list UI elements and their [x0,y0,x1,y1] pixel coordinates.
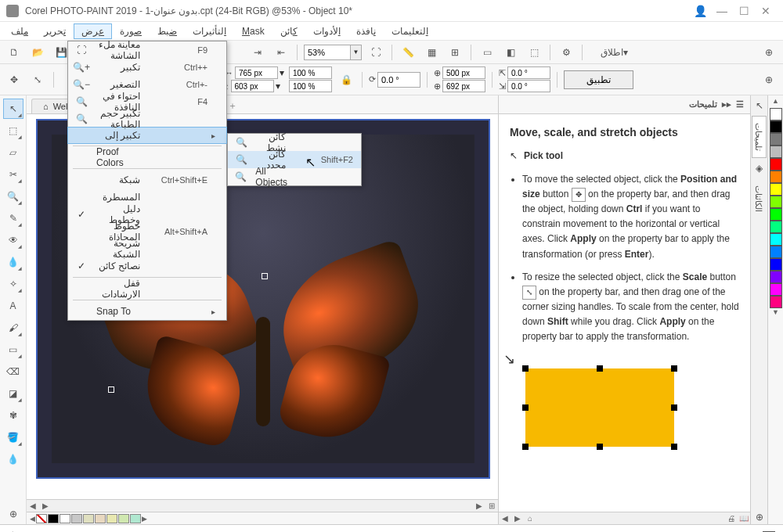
menu-item[interactable]: شبكةCtrl+Shift+E [68,171,226,189]
user-icon[interactable]: 👤 [689,2,711,20]
palette-swatch[interactable] [770,133,782,146]
liquid-tool[interactable]: 💧◢ [3,252,23,272]
spinner-icon[interactable]: ▾ [280,67,284,78]
fullscreen-button[interactable]: ⛶ [366,43,385,62]
palette-swatch[interactable] [770,196,782,208]
submenu-item[interactable]: 🔍كائن محددShift+F2 [228,151,361,168]
width-input[interactable] [235,66,278,79]
text-tool[interactable]: A [3,296,23,316]
options-button[interactable]: ⚙ [557,43,576,62]
doc-palette-swatch[interactable] [95,514,106,523]
menu-item[interactable]: قفل الارشادات [68,280,226,297]
menu-ملف[interactable]: ملف [3,23,36,39]
palette-swatch[interactable] [770,146,782,158]
hints-print-icon[interactable]: 🖨 [725,514,738,523]
quick-custom-button[interactable]: ⊕ [3,504,23,524]
open-button[interactable]: 📂 [28,43,47,62]
palette-swatch[interactable] [770,108,782,120]
zoom-tool[interactable]: 🔍◢ [3,186,23,207]
menu-Mask[interactable]: Mask [234,23,272,39]
no-color-swatch[interactable] [36,514,47,523]
menu-تحرير[interactable]: تحرير [36,23,74,39]
menu-item[interactable]: تكبير إلى▸ [67,127,227,144]
menu-عرض[interactable]: عرض [74,23,112,39]
quick-custom-button[interactable]: ⊕ [752,510,767,524]
guides-button[interactable]: ⊞ [446,43,464,62]
palette-swatch[interactable] [770,221,782,233]
hints-help-icon[interactable]: 📖 [738,514,750,523]
doc-palette-swatch[interactable] [106,514,117,523]
palette-swatch[interactable] [770,208,782,221]
palette-swatch[interactable] [770,258,782,271]
doc-palette-swatch[interactable] [83,514,94,523]
palette-swatch[interactable] [770,271,782,283]
menu-نافذة[interactable]: نافذة [348,23,384,39]
rotate-input[interactable] [377,72,420,88]
palette-swatch[interactable] [770,246,782,258]
sidetab-objects[interactable]: الكائنات [752,178,767,219]
palette-down-icon[interactable]: ▼ [772,308,779,319]
selection-handle[interactable] [108,386,114,393]
doc-palette-swatch[interactable] [71,514,82,523]
mask-button[interactable]: ▭ [478,43,496,62]
doc-palette-swatch[interactable] [48,514,59,523]
close-button[interactable]: ✕ [755,2,777,20]
scrollbar-horizontal[interactable]: ◀ ▶ ▶ ⊞ [27,499,498,512]
height-input[interactable] [231,80,274,92]
sidetab-hints[interactable]: تلميحات [752,116,767,158]
palette-swatch[interactable] [770,158,782,171]
scale-mode-button[interactable]: ⤡ [28,70,47,89]
skew-y-input[interactable] [507,80,550,92]
eraser-tool[interactable]: ⌫ [3,361,23,382]
panel-close-icon[interactable]: ☰ [736,99,744,110]
scroll-right-icon[interactable]: ▶ [473,501,485,510]
menu-item[interactable]: Proof Colors [68,149,226,166]
launch-button[interactable]: اطلاق ▾ [592,43,637,62]
hints-fwd-icon[interactable]: ▶ [511,514,524,523]
palette-swatch[interactable] [770,183,782,196]
palette-up-icon[interactable]: ▲ [772,97,779,108]
palette-left-icon[interactable]: ◀ [30,515,35,523]
eyedropper-tool[interactable]: 💧 [3,449,23,469]
new-button[interactable]: 🗋 [5,43,23,62]
menu-ضبط[interactable]: ضبط [150,23,185,39]
menu-item[interactable]: 🔍+تكبيرCtrl++ [68,59,226,76]
grid-button[interactable]: ▦ [422,43,441,62]
nav-icon[interactable]: ⊞ [485,501,498,510]
scale-x-input[interactable] [289,66,332,79]
shadow-tool[interactable]: ◪◢ [3,383,23,404]
launch-combo[interactable]: اطلاق ▾ [592,43,637,62]
page-next-icon[interactable]: ▶ [39,501,52,510]
rectangle-tool[interactable]: ▭◢ [3,340,23,360]
zoom-input[interactable] [304,45,351,60]
export-button[interactable]: ⇤ [272,43,290,62]
spray-tool[interactable]: ✾ [3,405,23,426]
palette-swatch[interactable] [770,171,782,183]
minimize-button[interactable]: — [711,2,733,20]
doc-palette-swatch[interactable] [130,514,141,523]
view-menu-dropdown[interactable]: ⛶معاينة ملء الشاشةF9🔍+تكبيرCtrl++🔍−التصغ… [67,41,227,321]
menu-الأدوات[interactable]: الأدوات [305,23,348,39]
crop-tool[interactable]: ✂◢ [3,164,23,185]
menu-item[interactable]: ⛶معاينة ملء الشاشةF9 [68,41,226,59]
panel-menu-icon[interactable]: ▸▸ [722,99,731,110]
effect-tool[interactable]: ✧◢ [3,274,23,294]
palette-swatch[interactable] [770,296,782,308]
rulers-button[interactable]: 📏 [399,43,417,62]
selection-handle[interactable] [262,273,268,279]
menu-التعليمات[interactable]: التعليمات [384,23,436,39]
menu-item[interactable]: شريحة الشبكة [68,240,226,257]
red-eye-tool[interactable]: 👁◢ [3,230,23,250]
hints-back-icon[interactable]: ◀ [499,514,511,523]
hints-home-icon[interactable]: ⌂ [524,514,536,523]
palette-right-icon[interactable]: ▶ [142,515,147,523]
quick-custom-button[interactable]: ⊕ [760,70,778,89]
lock-ratio-button[interactable]: 🔒 [337,70,355,89]
paint-tool[interactable]: 🖌◢ [3,318,23,338]
quick-custom-button[interactable]: ⊕ [760,43,778,62]
maximize-button[interactable]: ☐ [733,2,755,20]
palette-swatch[interactable] [770,233,782,246]
scale-y-input[interactable] [289,80,332,92]
marquee-button[interactable]: ⬚ [525,43,543,62]
spinner-icon[interactable]: ▾ [276,81,280,92]
